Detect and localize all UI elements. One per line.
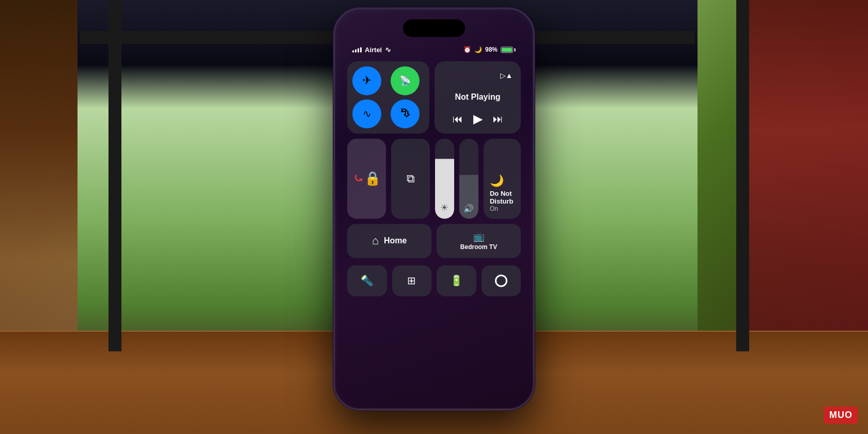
battery-indicator bbox=[501, 47, 516, 53]
signal-bar-4 bbox=[360, 47, 362, 52]
carrier-name: Airtel bbox=[365, 46, 382, 54]
phone-wrapper: Airtel ∿ ⏰ 🌙 98% bbox=[333, 7, 535, 410]
volume-slider[interactable]: 🔊 bbox=[459, 138, 478, 219]
muo-badge: MUO bbox=[824, 407, 858, 424]
media-player-block: ▷▲ Not Playing ⏮ ▶ ⏭ bbox=[435, 61, 521, 133]
control-center: ✈ 📡 ∿ ⮷ bbox=[347, 61, 521, 296]
airplane-mode-button[interactable]: ✈ bbox=[352, 66, 381, 95]
home-label: Home bbox=[384, 236, 407, 245]
cellular-icon: 📡 bbox=[399, 75, 411, 86]
wifi-button[interactable]: ∿ bbox=[352, 99, 381, 128]
volume-icon: 🔊 bbox=[463, 204, 474, 213]
wifi-status-icon: ∿ bbox=[385, 45, 391, 54]
fast-forward-button[interactable]: ⏭ bbox=[493, 113, 503, 125]
play-button[interactable]: ▶ bbox=[473, 112, 483, 126]
connectivity-block: ✈ 📡 ∿ ⮷ bbox=[347, 61, 429, 133]
dnd-subtitle: On bbox=[490, 205, 515, 212]
not-playing-label: Not Playing bbox=[442, 92, 514, 102]
top-row: ✈ 📡 ∿ ⮷ bbox=[347, 61, 521, 133]
dnd-moon-icon: 🌙 bbox=[490, 174, 515, 188]
cellular-button[interactable]: 📡 bbox=[391, 66, 420, 95]
alarm-icon: ⏰ bbox=[463, 46, 471, 53]
flashlight-icon: 🔦 bbox=[361, 274, 374, 287]
bluetooth-icon: ⮷ bbox=[400, 109, 410, 119]
media-top: ▷▲ bbox=[442, 68, 514, 83]
status-bar: Airtel ∿ ⏰ 🌙 98% bbox=[338, 42, 530, 57]
record-icon bbox=[495, 274, 507, 287]
signal-bar-2 bbox=[355, 49, 357, 52]
bottom-row: 🔦 ⊞ 🔋 bbox=[347, 265, 521, 296]
home-row: ⌂ Home 📺 Bedroom TV bbox=[347, 224, 521, 258]
dnd-title: Do Not Disturb bbox=[490, 190, 515, 205]
signal-bars bbox=[352, 47, 362, 52]
airplay-icon: ▷▲ bbox=[500, 71, 513, 80]
qr-icon: ⊞ bbox=[407, 274, 416, 287]
scene: MUO Airtel ∿ bbox=[0, 0, 868, 434]
phone-device: Airtel ∿ ⏰ 🌙 98% bbox=[333, 7, 535, 410]
battery-widget-button[interactable]: 🔋 bbox=[437, 265, 476, 296]
battery-tip bbox=[514, 48, 516, 51]
home-icon: ⌂ bbox=[372, 234, 379, 247]
airplane-icon: ✈ bbox=[362, 74, 371, 87]
mirror-icon: ⧉ bbox=[407, 172, 415, 185]
bluetooth-button[interactable]: ⮷ bbox=[391, 99, 420, 128]
brightness-slider[interactable]: ☀ bbox=[435, 138, 454, 219]
battery-widget-icon: 🔋 bbox=[450, 274, 463, 287]
airplay-button[interactable]: ▷▲ bbox=[499, 68, 514, 83]
lock-rotation-button[interactable]: ⤿🔒 bbox=[347, 138, 386, 219]
bedroom-tv-label: Bedroom TV bbox=[460, 243, 497, 251]
brightness-icon: ☀ bbox=[440, 202, 448, 213]
battery-percent: 98% bbox=[485, 46, 498, 53]
wifi-icon: ∿ bbox=[363, 107, 371, 120]
screen-record-button[interactable] bbox=[482, 265, 521, 296]
battery-body bbox=[501, 47, 513, 53]
dynamic-island bbox=[403, 19, 465, 37]
phone-screen: Airtel ∿ ⏰ 🌙 98% bbox=[338, 12, 530, 406]
window-bar-left bbox=[109, 0, 121, 351]
flashlight-button[interactable]: 🔦 bbox=[347, 265, 387, 296]
signal-bar-1 bbox=[352, 50, 354, 52]
lock-rotation-icon: ⤿🔒 bbox=[353, 171, 381, 187]
window-bar-right bbox=[736, 0, 749, 351]
do-not-disturb-button[interactable]: 🌙 Do Not Disturb On bbox=[484, 138, 521, 219]
battery-fill bbox=[502, 48, 512, 52]
home-button[interactable]: ⌂ Home bbox=[347, 224, 431, 258]
bedroom-tv-button[interactable]: 📺 Bedroom TV bbox=[437, 224, 521, 258]
sliders-dnd-row: ⤿🔒 ⧉ ☀ bbox=[347, 138, 521, 219]
media-controls: ⏮ ▶ ⏭ bbox=[442, 112, 514, 126]
signal-bar-3 bbox=[358, 48, 359, 52]
bedroom-tv-icon: 📺 bbox=[473, 231, 485, 242]
moon-icon: 🌙 bbox=[474, 46, 482, 53]
qr-scanner-button[interactable]: ⊞ bbox=[392, 265, 432, 296]
status-right: ⏰ 🌙 98% bbox=[463, 46, 516, 53]
screen-mirror-button[interactable]: ⧉ bbox=[391, 138, 430, 219]
rewind-button[interactable]: ⏮ bbox=[453, 113, 463, 125]
status-left: Airtel ∿ bbox=[352, 45, 391, 54]
